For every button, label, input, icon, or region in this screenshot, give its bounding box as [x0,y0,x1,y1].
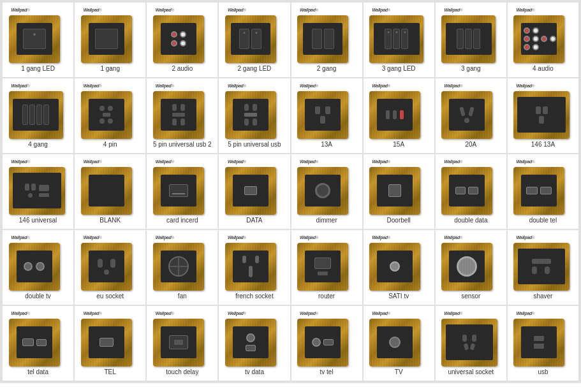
product-15a[interactable]: Wallpad® 15A [364,78,434,153]
product-label: TV [395,368,403,378]
product-label: 2 gang LED [238,64,272,75]
product-2gang[interactable]: Wallpad® 2 gang [291,3,362,77]
product-20a[interactable]: Wallpad® 20A [436,78,506,153]
product-label: tv data [245,368,264,378]
product-label: 3 gang LED [382,64,416,75]
product-label: 4 gang [28,140,48,150]
product-label: 13A [321,140,332,150]
product-label: SATI tv [388,292,409,302]
product-label: 2 gang [317,64,337,75]
product-label: 3 gang [461,64,481,75]
product-label: tv tel [320,368,334,378]
product-fan[interactable]: Wallpad® fan [147,230,217,305]
product-label: eu socket [96,292,124,302]
product-label: 1 gang [100,64,120,75]
product-5pin-usb[interactable]: Wallpad® 5 pin univ [219,78,290,153]
brand-logo: Wallpad® [11,8,30,12]
product-eu-socket[interactable]: Wallpad® eu socket [75,230,145,305]
product-label: fan [178,292,187,302]
product-label: shaver [533,292,552,302]
product-double-tv[interactable]: Wallpad® double tv [3,230,73,305]
product-touch-delay[interactable]: Wallpad® touch delay [147,306,217,381]
product-label: double tel [529,216,557,226]
product-sensor[interactable]: Wallpad® sensor [436,230,506,305]
product-sati-tv[interactable]: Wallpad® SATI tv [364,230,434,305]
product-double-data[interactable]: Wallpad® double data [436,154,506,229]
product-4pin[interactable]: Wallpad® [75,78,145,153]
product-label: 146 13A [531,140,555,150]
product-label: 5 pin universal usb [228,140,281,150]
product-label: 20A [465,140,476,150]
product-label: 4 audio [533,64,554,75]
product-3gang[interactable]: Wallpad® 3 gang [436,3,506,77]
product-router[interactable]: Wallpad® router [291,230,362,305]
product-shaver[interactable]: Wallpad® shaver [508,230,578,305]
product-label: 1 gang LED [21,64,55,75]
product-tv[interactable]: Wallpad® TV [364,306,434,381]
product-label: tel data [27,368,48,378]
product-3gang-led[interactable]: Wallpad® 3 gang LED [364,3,434,77]
product-label: french socket [235,292,273,302]
product-usb[interactable]: Wallpad® usb [508,306,578,381]
product-tv-data[interactable]: Wallpad® tv data [219,306,290,381]
product-4audio[interactable]: Wallpad® [508,3,578,77]
product-universal-socket[interactable]: Wallpad® [436,306,506,381]
product-dimmer[interactable]: Wallpad® dimmer [291,154,362,229]
product-tv-tel[interactable]: Wallpad® tv tel [291,306,362,381]
product-blank[interactable]: Wallpad® BLANK [75,154,145,229]
product-1gang[interactable]: Wallpad® 1 gang [75,3,145,77]
product-146-13a[interactable]: Wallpad® 146 13A [508,78,578,153]
product-label: 4 pin [103,140,117,150]
product-label: DATA [246,216,262,226]
product-5pin-usb2[interactable]: Wallpad® 5 pin univ [147,78,217,153]
product-146-universal[interactable]: Wallpad® [3,154,73,229]
product-label: double data [454,216,487,226]
product-label: touch delay [166,368,198,378]
product-label: universal socket [448,368,494,378]
product-doorbell[interactable]: Wallpad® Doorbell [364,154,434,229]
product-label: card incerd [166,216,198,226]
product-label: 146 universal [19,216,57,226]
product-2audio[interactable]: Wallpad® 2 audio [147,3,217,77]
product-french-socket[interactable]: Wallpad® french socket [219,230,290,305]
product-grid: Wallpad® 1 gang LED Wallpad® [0,0,581,383]
product-label: double tv [25,292,51,302]
product-tel[interactable]: Wallpad® TEL [75,306,145,381]
product-label: 5 pin universal usb 2 [153,140,212,150]
product-4gang[interactable]: Wallpad® 4 gang [3,78,73,153]
product-data[interactable]: Wallpad® DATA [219,154,290,229]
product-label: router [318,292,335,302]
product-card-incerd[interactable]: Wallpad® card incerd [147,154,217,229]
product-1gang-led[interactable]: Wallpad® 1 gang LED [3,3,73,77]
product-13a[interactable]: Wallpad® 13A [291,78,362,153]
product-label: BLANK [99,216,121,226]
product-double-tel[interactable]: Wallpad® double tel [508,154,578,229]
product-label: Doorbell [387,216,411,226]
product-label: dimmer [316,216,337,226]
product-label: TEL [105,368,116,378]
product-2gang-led[interactable]: Wallpad® 2 gang LED [219,3,290,77]
product-label: 2 audio [172,64,193,75]
product-label: 15A [393,140,404,150]
product-label: usb [538,368,548,378]
product-tel-data[interactable]: Wallpad® tel data [3,306,73,381]
product-label: sensor [461,292,480,302]
